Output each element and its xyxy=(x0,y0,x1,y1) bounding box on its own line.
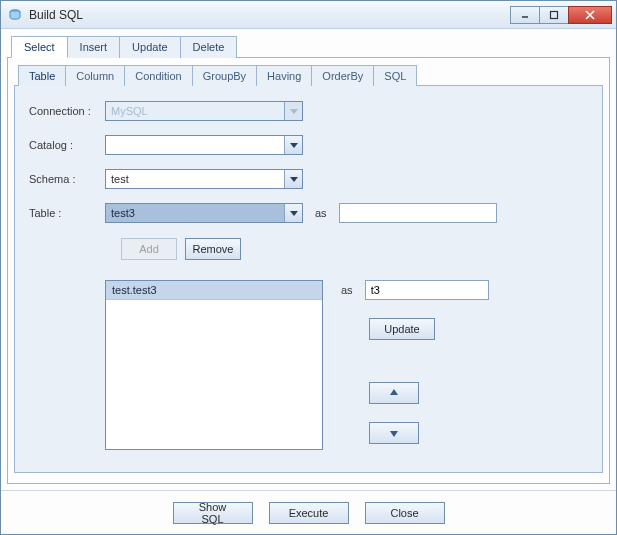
subtab-sql[interactable]: SQL xyxy=(373,65,417,86)
maximize-button[interactable] xyxy=(539,6,569,24)
subtab-orderby[interactable]: OrderBy xyxy=(311,65,374,86)
content-area: Select Insert Update Delete Table Column… xyxy=(1,29,616,490)
show-sql-button[interactable]: Show SQL xyxy=(173,502,253,524)
main-tab-panel: Table Column Condition GroupBy Having Or… xyxy=(7,57,610,484)
execute-button[interactable]: Execute xyxy=(269,502,349,524)
arrow-down-icon xyxy=(389,428,399,438)
tab-delete[interactable]: Delete xyxy=(180,36,238,58)
window-controls xyxy=(511,6,612,24)
move-up-button[interactable] xyxy=(369,382,419,404)
chevron-down-icon[interactable] xyxy=(284,170,302,188)
update-button[interactable]: Update xyxy=(369,318,435,340)
svg-marker-6 xyxy=(390,431,398,437)
schema-label: Schema : xyxy=(29,173,105,185)
app-icon xyxy=(7,7,23,23)
subtab-groupby[interactable]: GroupBy xyxy=(192,65,257,86)
list-item[interactable]: test.test3 xyxy=(106,281,322,300)
subtab-table[interactable]: Table xyxy=(18,65,66,86)
alias-top-input[interactable] xyxy=(339,203,497,223)
chevron-down-icon[interactable] xyxy=(284,204,302,222)
subtab-having[interactable]: Having xyxy=(256,65,312,86)
titlebar: Build SQL xyxy=(1,1,616,29)
tab-insert[interactable]: Insert xyxy=(67,36,121,58)
close-button[interactable]: Close xyxy=(365,502,445,524)
schema-combo[interactable]: test xyxy=(105,169,303,189)
catalog-combo[interactable] xyxy=(105,135,303,155)
sub-tabstrip: Table Column Condition GroupBy Having Or… xyxy=(14,64,603,85)
chevron-down-icon xyxy=(284,102,302,120)
window: Build SQL Select Insert Update Delete Ta… xyxy=(0,0,617,535)
svg-rect-2 xyxy=(551,11,558,18)
main-tabstrip: Select Insert Update Delete xyxy=(7,35,610,57)
tables-listbox[interactable]: test.test3 xyxy=(105,280,323,450)
table-label: Table : xyxy=(29,207,105,219)
connection-label: Connection : xyxy=(29,105,105,117)
close-window-button[interactable] xyxy=(568,6,612,24)
subtab-condition[interactable]: Condition xyxy=(124,65,192,86)
window-title: Build SQL xyxy=(29,8,511,22)
move-down-button[interactable] xyxy=(369,422,419,444)
table-combo[interactable]: test3 xyxy=(105,203,303,223)
alias-side-input[interactable] xyxy=(365,280,489,300)
as-label-top: as xyxy=(315,207,327,219)
minimize-button[interactable] xyxy=(510,6,540,24)
tab-update[interactable]: Update xyxy=(119,36,180,58)
subtab-column[interactable]: Column xyxy=(65,65,125,86)
sub-tab-panel: Connection : MySQL Catalog : Schema : xyxy=(14,85,603,473)
remove-button[interactable]: Remove xyxy=(185,238,241,260)
connection-value: MySQL xyxy=(106,105,284,117)
as-label-side: as xyxy=(341,284,353,296)
chevron-down-icon[interactable] xyxy=(284,136,302,154)
tab-select[interactable]: Select xyxy=(11,36,68,58)
catalog-label: Catalog : xyxy=(29,139,105,151)
table-value: test3 xyxy=(106,207,284,219)
svg-marker-5 xyxy=(390,389,398,395)
arrow-up-icon xyxy=(389,388,399,398)
schema-value: test xyxy=(106,173,284,185)
footer: Show SQL Execute Close xyxy=(1,490,616,534)
connection-combo: MySQL xyxy=(105,101,303,121)
add-button[interactable]: Add xyxy=(121,238,177,260)
